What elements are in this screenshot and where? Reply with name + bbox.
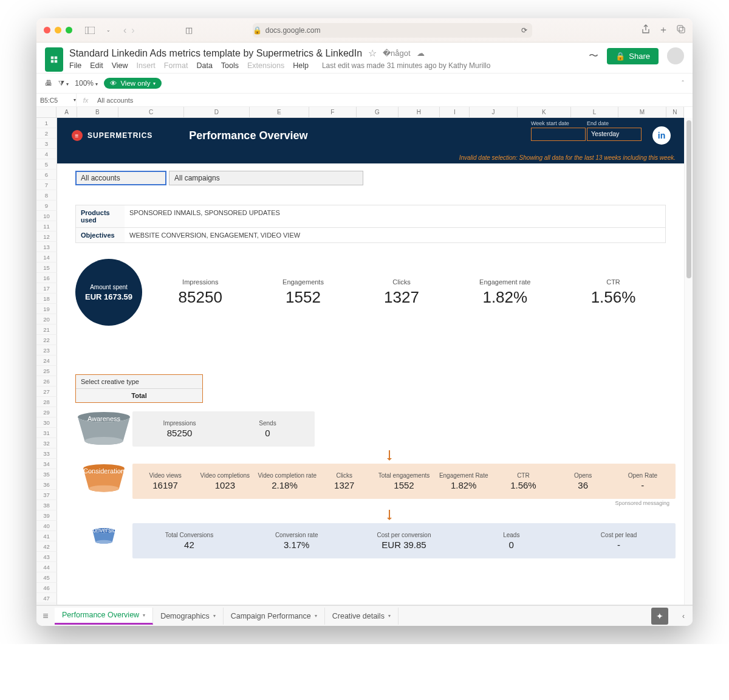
row-header[interactable]: 44 — [36, 562, 57, 572]
url-bar[interactable]: 🔒 docs.google.com ⟳ — [253, 23, 532, 38]
row-header[interactable]: 35 — [36, 469, 57, 479]
menu-view[interactable]: View — [112, 61, 128, 70]
row-header[interactable]: 17 — [36, 283, 57, 293]
row-header[interactable]: 26 — [36, 376, 57, 386]
column-header[interactable]: G — [357, 107, 399, 118]
menu-edit[interactable]: Edit — [90, 61, 103, 70]
row-header[interactable]: 21 — [36, 324, 57, 335]
sheets-app-icon[interactable] — [45, 47, 63, 72]
row-header[interactable]: 18 — [36, 293, 57, 304]
column-header[interactable]: L — [571, 107, 618, 118]
filter-icon[interactable]: ⧩ ▾ — [58, 79, 69, 88]
row-header[interactable]: 6 — [36, 170, 57, 180]
tab-demographics[interactable]: Demographics▾ — [153, 608, 224, 625]
column-header[interactable]: K — [518, 107, 571, 118]
row-header[interactable]: 39 — [36, 510, 57, 521]
row-header[interactable]: 7 — [36, 180, 57, 190]
row-header[interactable]: 16 — [36, 273, 57, 283]
row-header[interactable]: 4 — [36, 149, 57, 159]
vertical-scrollbar[interactable] — [684, 118, 693, 605]
row-header[interactable]: 3 — [36, 139, 57, 149]
close-window-button[interactable] — [44, 27, 50, 33]
last-edit-info[interactable]: Last edit was made 31 minutes ago by Kat… — [322, 61, 490, 70]
row-header[interactable]: 32 — [36, 438, 57, 448]
zoom-select[interactable]: 100% ▾ — [75, 79, 98, 88]
column-header[interactable]: I — [440, 107, 470, 118]
minimize-window-button[interactable] — [55, 27, 61, 33]
share-icon[interactable] — [642, 24, 650, 36]
row-header[interactable]: 13 — [36, 242, 57, 252]
tab-overview-icon[interactable] — [677, 25, 685, 36]
row-header[interactable]: 33 — [36, 448, 57, 459]
activity-icon[interactable]: 〜 — [589, 50, 598, 63]
refresh-icon[interactable]: ⟳ — [521, 26, 532, 35]
row-header[interactable]: 37 — [36, 490, 57, 500]
all-sheets-button[interactable]: ≡ — [36, 611, 55, 622]
column-header[interactable]: J — [470, 107, 517, 118]
row-header[interactable]: 36 — [36, 479, 57, 490]
column-header[interactable]: F — [309, 107, 357, 118]
name-box[interactable]: B5:C5▾ — [36, 94, 77, 106]
column-header[interactable]: M — [618, 107, 666, 118]
row-header[interactable]: 42 — [36, 541, 57, 552]
menu-insert[interactable]: Insert — [137, 61, 156, 70]
end-date-input[interactable]: Yesterday — [587, 128, 642, 141]
account-avatar[interactable] — [667, 47, 684, 64]
row-header[interactable]: 34 — [36, 459, 57, 469]
menu-format[interactable]: Format — [164, 61, 188, 70]
row-header[interactable]: 19 — [36, 304, 57, 314]
column-header[interactable]: A — [56, 107, 77, 118]
scroll-tabs-left[interactable]: ‹ — [674, 612, 693, 620]
row-header[interactable]: 24 — [36, 355, 57, 366]
column-header[interactable]: E — [250, 107, 309, 118]
row-header[interactable]: 5 — [36, 159, 57, 170]
tab-creative-details[interactable]: Creative details▾ — [325, 608, 399, 625]
forward-button[interactable]: › — [131, 25, 134, 36]
row-header[interactable]: 2 — [36, 128, 57, 139]
row-header[interactable]: 41 — [36, 531, 57, 541]
sheet-content[interactable]: ≡ SUPERMETRICS Performance Overview Week… — [57, 118, 684, 605]
row-header[interactable]: 15 — [36, 262, 57, 273]
doc-title[interactable]: Standard Linkedin Ads metrics template b… — [69, 48, 362, 59]
menu-data[interactable]: Data — [196, 61, 212, 70]
row-header[interactable]: 8 — [36, 190, 57, 201]
row-header[interactable]: 38 — [36, 500, 57, 510]
row-header[interactable]: 25 — [36, 366, 57, 376]
maximize-window-button[interactable] — [66, 27, 72, 33]
column-header[interactable]: D — [184, 107, 250, 118]
row-header[interactable]: 31 — [36, 428, 57, 438]
row-header[interactable]: 30 — [36, 417, 57, 428]
creative-type-selector[interactable]: Select creative type Total — [75, 374, 203, 403]
move-icon[interactable]: �något — [383, 49, 411, 58]
row-header[interactable]: 23 — [36, 345, 57, 355]
accounts-filter[interactable]: All accounts — [75, 171, 166, 185]
view-only-pill[interactable]: 👁 View only ▾ — [104, 78, 162, 89]
row-header[interactable]: 46 — [36, 583, 57, 593]
shield-privacy-icon[interactable]: ◫ — [182, 25, 196, 36]
menu-help[interactable]: Help — [293, 61, 309, 70]
row-header[interactable]: 14 — [36, 252, 57, 262]
new-tab-icon[interactable]: ＋ — [659, 24, 668, 36]
menu-tools[interactable]: Tools — [221, 61, 239, 70]
column-header[interactable]: B — [77, 107, 119, 118]
row-header[interactable]: 20 — [36, 314, 57, 324]
back-button[interactable]: ‹ — [123, 25, 126, 36]
column-header[interactable]: C — [118, 107, 184, 118]
row-header[interactable]: 40 — [36, 521, 57, 531]
sidebar-icon[interactable] — [83, 25, 97, 36]
collapse-toolbar-button[interactable]: ˆ — [682, 80, 684, 87]
week-start-input[interactable] — [531, 128, 586, 141]
scrollbar-thumb[interactable] — [686, 120, 691, 278]
row-header[interactable]: 27 — [36, 386, 57, 397]
row-header[interactable]: 48 — [36, 603, 57, 605]
share-button[interactable]: 🔒 Share — [607, 48, 659, 64]
row-header[interactable]: 12 — [36, 232, 57, 242]
menu-extensions[interactable]: Extensions — [247, 61, 284, 70]
row-header[interactable]: 10 — [36, 211, 57, 221]
row-header[interactable]: 28 — [36, 397, 57, 407]
row-header[interactable]: 45 — [36, 572, 57, 583]
menu-file[interactable]: File — [69, 61, 81, 70]
star-icon[interactable]: ☆ — [368, 47, 377, 59]
print-icon[interactable]: 🖶 — [45, 79, 52, 88]
row-header[interactable]: 1 — [36, 118, 57, 128]
